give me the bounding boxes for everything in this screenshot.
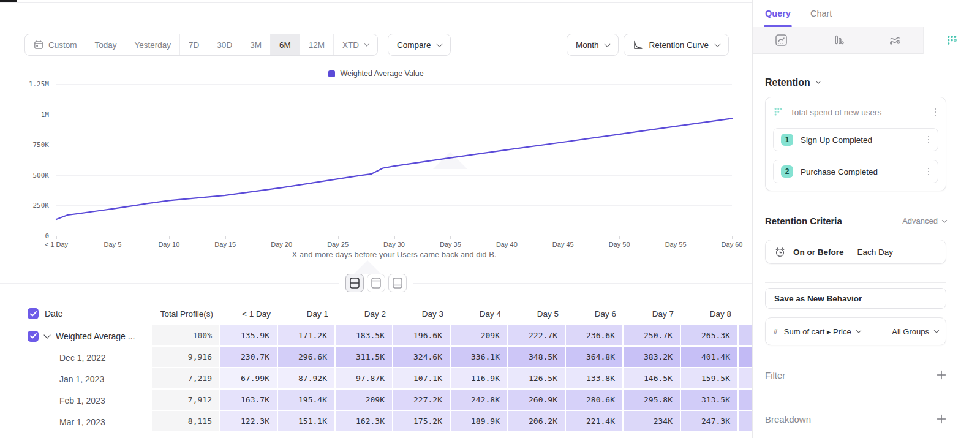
granularity-button[interactable]: Month (567, 34, 619, 56)
report-tab-funnels[interactable] (810, 27, 867, 54)
report-tab-retention[interactable] (923, 27, 980, 54)
date-range-today[interactable]: Today (86, 34, 126, 55)
range-label: Yesterday (135, 40, 172, 50)
total-profiles-cell: 7,219 (152, 368, 221, 390)
total-profiles-cell: 9,916 (152, 347, 221, 368)
interval-label: Each Day (858, 247, 894, 257)
row-checkbox[interactable] (28, 331, 39, 342)
retention-value-cell: 401.4K (681, 347, 739, 368)
tab-chart[interactable]: Chart (810, 0, 832, 27)
alarm-clock-icon (774, 246, 786, 258)
save-as-new-behavior-button[interactable]: Save as New Behavior (765, 288, 946, 309)
table-row[interactable]: Dec 1, 20229,916230.7K296.6K311.5K324.6K… (0, 347, 752, 368)
retention-value-cell: 348.5K (508, 347, 566, 368)
select-all-checkbox[interactable] (28, 308, 39, 319)
retention-line-series (0, 80, 752, 254)
date-range-7d[interactable]: 7D (180, 34, 208, 55)
legend-label: Weighted Average Value (340, 69, 423, 78)
report-type-tabs (753, 27, 980, 54)
day-column-header: < 1 Day (221, 309, 278, 319)
behavior-step-1[interactable]: 1 Sign Up Completed (773, 128, 938, 151)
chevron-down-icon (816, 78, 821, 83)
report-toolbar: CustomTodayYesterday7D30D3M6M12MXTD Comp… (24, 34, 729, 56)
table-row[interactable]: Jan 1, 20237,21967.99K87.92K97.87K107.1K… (0, 368, 752, 390)
retention-value-cell: 230.7K (221, 347, 278, 368)
day-column-header: Day 2 (336, 309, 393, 319)
advanced-dropdown[interactable]: Advanced (902, 216, 946, 225)
funnels-icon (832, 34, 845, 47)
groups-dropdown[interactable]: All Groups (892, 327, 938, 336)
date-range-12m[interactable]: 12M (300, 34, 334, 55)
criteria-timing-card[interactable]: On or Before Each Day (765, 240, 946, 264)
table-row[interactable]: Weighted Average ...100%135.9K171.2K183.… (0, 325, 752, 347)
retention-value-cell: 295.8K (624, 390, 681, 411)
expand-chevron-icon[interactable] (43, 331, 50, 338)
row-date-label: Weighted Average ... (56, 331, 135, 341)
chart-type-button[interactable]: Retention Curve (624, 34, 729, 56)
retention-value-cell: 195.4K (278, 390, 336, 411)
range-label: 7D (189, 40, 199, 50)
add-breakdown-button[interactable] (937, 414, 946, 424)
behavior-title: Total spend of new users (790, 108, 926, 117)
retention-curve-icon (633, 40, 643, 50)
retention-value-cell: 324.6K (393, 347, 451, 368)
kebab-menu-icon[interactable] (932, 106, 939, 119)
row-date-label: Feb 1, 2023 (59, 396, 105, 406)
table-row[interactable]: Mar 1, 20238,115122.3K151.1K162.3K175.2K… (0, 411, 752, 432)
tab-query[interactable]: Query (765, 0, 791, 27)
add-filter-button[interactable] (937, 370, 946, 380)
retention-value-cell: 87.92K (278, 368, 336, 390)
report-section-heading[interactable]: Retention (765, 77, 946, 88)
layout-table-view-button[interactable] (388, 274, 407, 292)
behavior-step-2[interactable]: 2 Purchase Completed (773, 160, 938, 183)
range-label: Today (95, 40, 117, 50)
compare-button[interactable]: Compare (388, 34, 451, 56)
retention-criteria-row: Retention Criteria Advanced (765, 216, 946, 226)
retention-value-cell: 107.1K (393, 368, 451, 390)
measurement-card: # Sum of cart ▸ Price All Groups (765, 317, 946, 345)
kebab-menu-icon[interactable] (925, 134, 932, 146)
retention-value-cell-clipped (739, 347, 752, 368)
table-row[interactable]: Feb 1, 20237,912163.7K195.4K209K227.2K24… (0, 390, 752, 411)
date-range-30d[interactable]: 30D (208, 34, 241, 55)
chevron-down-icon (942, 217, 947, 222)
retention-value-cell: 135.9K (221, 325, 278, 347)
range-label: 3M (250, 40, 262, 50)
breakdown-section: Breakdown (765, 412, 946, 426)
date-range-yesterday[interactable]: Yesterday (126, 34, 181, 55)
layout-toggles (0, 274, 752, 292)
retention-value-cell: 296.6K (278, 347, 336, 368)
range-label: Custom (48, 40, 77, 50)
behavior-card-header: Total spend of new users (773, 105, 938, 119)
retention-value-cell: 247.3K (681, 411, 739, 432)
retention-value-cell: 209K (336, 390, 393, 411)
retention-value-cell: 234K (624, 411, 681, 432)
measure-property-dropdown[interactable]: Sum of cart ▸ Price (784, 327, 886, 336)
retention-value-cell: 126.5K (508, 368, 566, 390)
report-tab-insights[interactable] (753, 27, 810, 54)
retention-value-cell: 159.5K (681, 368, 739, 390)
layout-chart-view-button[interactable] (367, 274, 385, 292)
date-range-3m[interactable]: 3M (241, 34, 271, 55)
layout-split-view-button[interactable] (345, 274, 364, 292)
query-sidebar: Query Chart (752, 0, 980, 438)
retention-value-cell: 221.4K (566, 411, 624, 432)
sidebar-content: Retention Total spe (753, 77, 946, 426)
retention-value-cell: 122.3K (221, 411, 278, 432)
retention-value-cell: 162.3K (336, 411, 393, 432)
day-column-headers: < 1 DayDay 1Day 2Day 3Day 4Day 5Day 6Day… (221, 309, 739, 319)
date-range-xtd[interactable]: XTD (334, 34, 377, 55)
retention-value-cell: 227.2K (393, 390, 451, 411)
total-profiles-column-header: Total Profile(s) (152, 309, 221, 319)
behavior-icon (773, 107, 784, 118)
range-label: 30D (217, 40, 232, 50)
report-tab-flows[interactable] (867, 27, 924, 54)
retention-value-cell: 236.6K (566, 325, 624, 347)
retention-value-cell: 67.99K (221, 368, 278, 390)
retention-value-cell: 163.7K (221, 390, 278, 411)
date-range-6m[interactable]: 6M (271, 34, 300, 55)
retention-curve-chart: 0250K500K750K1M1.25M< 1 DayDay 5Day 10Da… (0, 80, 752, 254)
retention-value-cell: 336.1K (451, 347, 508, 368)
kebab-menu-icon[interactable] (925, 165, 932, 178)
date-range-custom[interactable]: Custom (25, 34, 86, 55)
